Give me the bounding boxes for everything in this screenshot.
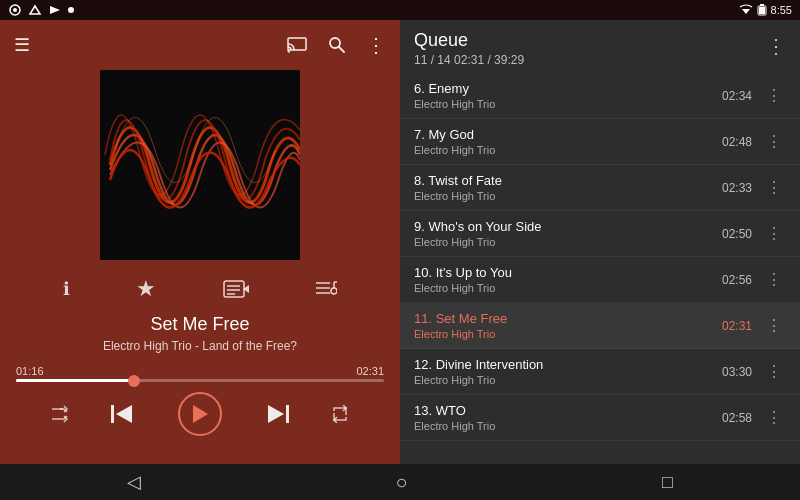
svg-marker-25 (193, 405, 208, 423)
queue-item-info: 9. Who's on Your Side Electro High Trio (414, 219, 722, 248)
next-button[interactable] (264, 403, 290, 425)
svg-marker-2 (50, 6, 60, 14)
queue-item-artist: Electro High Trio (414, 328, 722, 340)
svg-marker-27 (268, 405, 284, 423)
queue-item[interactable]: 6. Enemy Electro High Trio 02:34 ⋮ (400, 73, 800, 119)
lyrics-icon[interactable] (223, 279, 249, 299)
queue-item-title: 10. It's Up to You (414, 265, 722, 280)
queue-item-title: 8. Twist of Fate (414, 173, 722, 188)
queue-item-info: 8. Twist of Fate Electro High Trio (414, 173, 722, 202)
queue-item-duration: 02:56 (722, 273, 752, 287)
left-panel: ⋮ ℹ ★ (0, 20, 400, 464)
svg-marker-4 (742, 9, 750, 14)
queue-item[interactable]: 7. My God Electro High Trio 02:48 ⋮ (400, 119, 800, 165)
queue-item-duration: 02:50 (722, 227, 752, 241)
main-content: ⋮ ℹ ★ (0, 20, 800, 464)
svg-rect-6 (760, 4, 764, 6)
shuffle-icon[interactable] (51, 405, 69, 423)
queue-item-duration: 02:34 (722, 89, 752, 103)
queue-item-more-icon[interactable]: ⋮ (762, 222, 786, 245)
queue-item-title: 11. Set Me Free (414, 311, 722, 326)
queue-list: 6. Enemy Electro High Trio 02:34 ⋮ 7. My… (400, 73, 800, 464)
play-status-icon (48, 5, 62, 15)
queue-item[interactable]: 11. Set Me Free Electro High Trio 02:31 … (400, 303, 800, 349)
more-icon[interactable]: ⋮ (366, 33, 386, 57)
star-icon[interactable]: ★ (136, 276, 156, 302)
nav-square-icon[interactable] (662, 472, 673, 493)
queue-item-artist: Electro High Trio (414, 374, 722, 386)
queue-item[interactable]: 8. Twist of Fate Electro High Trio 02:33… (400, 165, 800, 211)
wifi-icon (739, 4, 753, 16)
queue-item-artist: Electro High Trio (414, 98, 722, 110)
left-header: ⋮ (0, 20, 400, 70)
track-info: Set Me Free Electro High Trio - Land of … (0, 308, 400, 355)
queue-item-title: 7. My God (414, 127, 722, 142)
progress-bar-container[interactable]: 01:16 02:31 (0, 355, 400, 386)
queue-item-info: 6. Enemy Electro High Trio (414, 81, 722, 110)
svg-point-3 (68, 7, 74, 13)
queue-item-more-icon[interactable]: ⋮ (762, 176, 786, 199)
progress-thumb (128, 375, 140, 387)
svg-rect-26 (286, 405, 289, 423)
progress-track[interactable] (16, 379, 384, 382)
album-art-container (0, 70, 400, 260)
queue-item-more-icon[interactable]: ⋮ (762, 360, 786, 383)
queue-header-left: Queue 11 / 14 02:31 / 39:29 (414, 30, 524, 67)
queue-item-more-icon[interactable]: ⋮ (762, 84, 786, 107)
queue-item-title: 9. Who's on Your Side (414, 219, 722, 234)
queue-item-info: 12. Divine Intervention Electro High Tri… (414, 357, 722, 386)
cast-icon[interactable] (286, 36, 308, 54)
svg-line-10 (339, 47, 344, 52)
player-controls (0, 386, 400, 444)
queue-item-info: 11. Set Me Free Electro High Trio (414, 311, 722, 340)
queue-item-duration: 02:48 (722, 135, 752, 149)
svg-point-1 (13, 8, 17, 12)
prev-button[interactable] (110, 403, 136, 425)
queue-item-artist: Electro High Trio (414, 190, 722, 202)
search-icon[interactable] (328, 36, 346, 54)
nav-home-icon[interactable] (396, 471, 408, 494)
queue-item-more-icon[interactable]: ⋮ (762, 314, 786, 337)
battery-icon (757, 4, 767, 16)
status-left-icons (8, 3, 74, 17)
play-button[interactable] (178, 392, 222, 436)
progress-times: 01:16 02:31 (16, 363, 384, 379)
nav-back-icon[interactable] (127, 471, 141, 493)
status-right-icons: 8:55 (739, 4, 792, 16)
queue-item-artist: Electro High Trio (414, 420, 722, 432)
queue-item[interactable]: 9. Who's on Your Side Electro High Trio … (400, 211, 800, 257)
bottom-nav (0, 464, 800, 500)
svg-rect-7 (759, 7, 765, 14)
queue-icon[interactable] (315, 279, 337, 299)
queue-item-duration: 03:30 (722, 365, 752, 379)
queue-item-info: 13. WTO Electro High Trio (414, 403, 722, 432)
queue-item[interactable]: 12. Divine Intervention Electro High Tri… (400, 349, 800, 395)
dot-icon (68, 7, 74, 13)
repeat-icon[interactable] (331, 405, 349, 423)
queue-item-artist: Electro High Trio (414, 236, 722, 248)
queue-title: Queue (414, 30, 524, 51)
clock: 8:55 (771, 4, 792, 16)
menu-icon[interactable] (14, 34, 30, 56)
queue-more-icon[interactable]: ⋮ (766, 34, 786, 58)
progress-fill (16, 379, 134, 382)
queue-item-info: 7. My God Electro High Trio (414, 127, 722, 156)
queue-item-more-icon[interactable]: ⋮ (762, 268, 786, 291)
play-icon (191, 404, 209, 424)
album-art (100, 70, 300, 260)
track-title: Set Me Free (10, 314, 390, 335)
info-icon[interactable]: ℹ (63, 278, 70, 300)
right-panel: Queue 11 / 14 02:31 / 39:29 ⋮ 6. Enemy E… (400, 20, 800, 464)
queue-item-more-icon[interactable]: ⋮ (762, 130, 786, 153)
queue-item-more-icon[interactable]: ⋮ (762, 406, 786, 429)
action-icons: ℹ ★ (0, 270, 400, 308)
queue-item-title: 6. Enemy (414, 81, 722, 96)
queue-item-duration: 02:58 (722, 411, 752, 425)
queue-item-title: 12. Divine Intervention (414, 357, 722, 372)
queue-item[interactable]: 13. WTO Electro High Trio 02:58 ⋮ (400, 395, 800, 441)
status-bar: 8:55 (0, 0, 800, 20)
svg-rect-23 (111, 405, 114, 423)
queue-item-artist: Electro High Trio (414, 282, 722, 294)
queue-item[interactable]: 10. It's Up to You Electro High Trio 02:… (400, 257, 800, 303)
left-header-right-icons: ⋮ (286, 33, 386, 57)
